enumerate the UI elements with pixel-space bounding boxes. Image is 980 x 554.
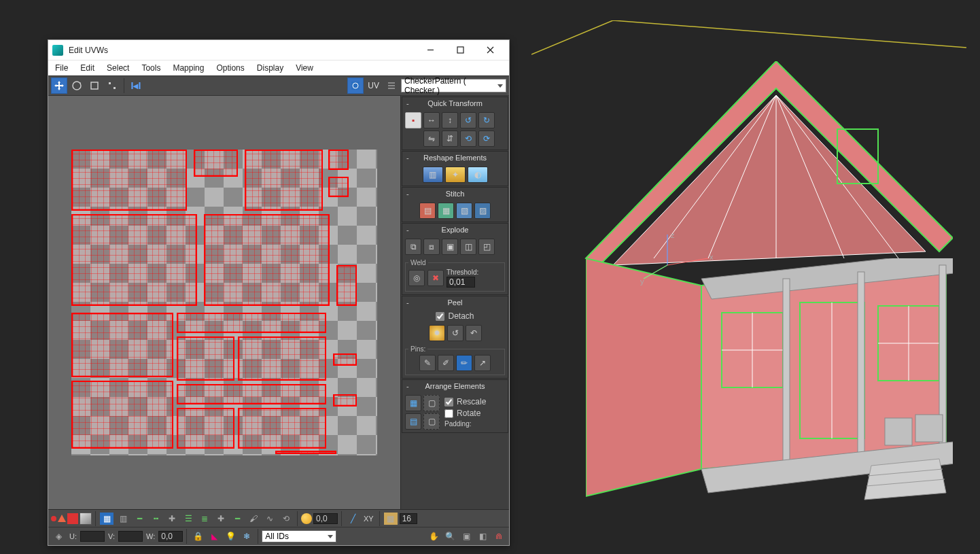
explode-2-icon[interactable]: ⧈ (423, 239, 440, 255)
peel-undo-icon[interactable]: ↶ (466, 325, 482, 341)
opt-6-icon[interactable]: ☰ (181, 512, 196, 525)
rotate-checkbox[interactable]: Rotate (444, 409, 486, 418)
opt-1-icon[interactable]: ▦ (99, 512, 114, 525)
fit-ccw-icon[interactable]: ⟲ (460, 131, 476, 147)
weld-break-icon[interactable]: ✖ (427, 270, 444, 286)
opt-4-icon[interactable]: ╍ (148, 512, 163, 525)
zoom-region-icon[interactable]: ▣ (459, 530, 474, 543)
uv-island[interactable] (71, 381, 173, 449)
rollout-header[interactable]: Stitch (402, 188, 508, 200)
stitch-avg-icon[interactable]: ▦ (438, 203, 454, 219)
uv-island[interactable] (275, 451, 336, 454)
uv-island[interactable] (177, 408, 234, 449)
rescale-checkbox[interactable]: Rescale (444, 397, 486, 406)
pin-4-icon[interactable]: ↗ (474, 355, 491, 371)
pan-icon[interactable]: ✋ (426, 530, 441, 543)
menu-tools[interactable]: Tools (141, 63, 160, 73)
opt-5-icon[interactable]: ✚ (164, 512, 179, 525)
pin-3-icon[interactable]: ✏ (456, 355, 472, 371)
maximize-button[interactable] (445, 40, 475, 60)
peel-quick-icon[interactable]: ✹ (429, 325, 445, 341)
uv-island[interactable] (328, 177, 349, 197)
face-mode-icon[interactable] (67, 513, 78, 524)
brush-3-icon[interactable]: ⟲ (279, 512, 294, 525)
lock-icon[interactable]: 🔒 (190, 530, 205, 543)
uv-island[interactable] (336, 265, 357, 306)
menu-options[interactable]: Options (216, 63, 244, 73)
snap-icon[interactable]: ⋒ (491, 530, 506, 543)
rollout-header[interactable]: Quick Transform (402, 97, 508, 109)
flip-v-icon[interactable]: ⇵ (442, 131, 458, 147)
brush-1-icon[interactable]: 🖌 (246, 512, 261, 525)
uv-island[interactable] (71, 214, 197, 306)
abs-rel-icon[interactable]: ◈ (51, 530, 66, 543)
uv-island[interactable] (71, 150, 187, 211)
uv-island[interactable] (71, 313, 173, 377)
stitch-target-icon[interactable]: ▧ (456, 203, 472, 219)
explode-5-icon[interactable]: ◰ (478, 239, 495, 255)
vertex-mode-icon[interactable] (51, 516, 56, 521)
menu-file[interactable]: File (55, 63, 68, 73)
explode-1-icon[interactable]: ⧉ (405, 239, 421, 255)
zoom-extents-icon[interactable]: ◧ (475, 530, 490, 543)
relax-icon[interactable]: ✦ (445, 167, 466, 183)
titlebar[interactable]: Edit UVWs (48, 40, 509, 60)
opt-8-icon[interactable]: ✚ (213, 512, 228, 525)
uv-island[interactable] (333, 353, 357, 366)
menu-select[interactable]: Select (107, 63, 129, 73)
align-pivot-icon[interactable]: ▪ (405, 112, 421, 128)
pack-4-icon[interactable]: ▢ (423, 413, 440, 430)
uv-island[interactable] (177, 336, 234, 381)
opt-9-icon[interactable]: ━ (230, 512, 245, 525)
uv-island[interactable] (238, 408, 326, 449)
grid-snap-icon[interactable]: ▦ (383, 512, 398, 525)
uv-island[interactable] (238, 336, 326, 381)
brush-2-icon[interactable]: ∿ (262, 512, 277, 525)
stitch-custom-icon[interactable]: ▨ (474, 203, 491, 219)
show-map-icon[interactable] (347, 77, 364, 94)
u-spinner[interactable] (80, 531, 105, 542)
fit-cw-icon[interactable]: ⟳ (478, 131, 495, 147)
opt-3-icon[interactable]: ━ (132, 512, 147, 525)
move-tool-icon[interactable] (51, 77, 67, 94)
rotate-ccw-icon[interactable]: ↺ (460, 112, 476, 128)
w-spinner[interactable]: 0,0 (158, 531, 183, 542)
uv-island[interactable] (194, 150, 238, 177)
snow-icon[interactable]: ❄ (239, 530, 254, 543)
align-h-icon[interactable]: ↔ (423, 112, 440, 128)
uv-island[interactable] (328, 150, 349, 170)
rollout-header[interactable]: Arrange Elements (402, 380, 508, 392)
uv-island[interactable] (177, 313, 326, 333)
grid-value[interactable]: 16 (400, 513, 417, 524)
pack-1-icon[interactable]: ▦ (405, 395, 421, 411)
stitch-source-icon[interactable]: ▤ (419, 203, 436, 219)
flag-icon[interactable]: ◣ (207, 530, 222, 543)
weld-target-icon[interactable]: ◎ (408, 270, 425, 286)
explode-4-icon[interactable]: ◫ (460, 239, 476, 255)
rollout-header[interactable]: Explode (402, 224, 508, 236)
opt-2-icon[interactable]: ▥ (116, 512, 130, 525)
explode-3-icon[interactable]: ▣ (442, 239, 458, 255)
axis-line-icon[interactable]: ╱ (345, 512, 360, 525)
reshape-icon[interactable]: ◐ (468, 167, 488, 183)
threshold-spinner[interactable]: 0,01 (447, 277, 475, 288)
detach-checkbox[interactable]: Detach (436, 311, 474, 321)
pack-3-icon[interactable]: ▢ (423, 395, 440, 411)
zoom-icon[interactable]: 🔍 (442, 530, 457, 543)
minimize-button[interactable] (415, 40, 445, 60)
menu-edit[interactable]: Edit (80, 63, 94, 73)
menu-mapping[interactable]: Mapping (173, 63, 204, 73)
rollout-header[interactable]: Reshape Elements (402, 152, 508, 164)
pin-1-icon[interactable]: ✎ (419, 355, 436, 371)
soft-selection-icon[interactable] (301, 513, 312, 524)
soft-value[interactable]: 0,0 (313, 513, 338, 524)
element-mode-icon[interactable] (80, 513, 92, 525)
pack-2-icon[interactable]: ▤ (405, 413, 421, 430)
uv-island[interactable] (204, 214, 330, 306)
rollout-header[interactable]: Peel (402, 296, 508, 309)
uv-options-icon[interactable] (383, 77, 400, 94)
uv-island[interactable] (333, 394, 357, 406)
light-icon[interactable]: 💡 (223, 530, 238, 543)
viewport-3d[interactable]: z x y (504, 0, 980, 554)
close-button[interactable] (475, 40, 505, 60)
